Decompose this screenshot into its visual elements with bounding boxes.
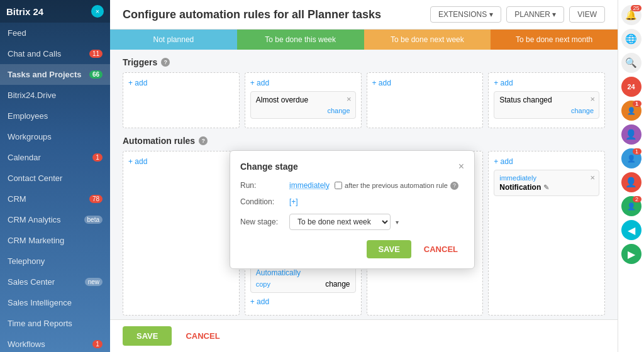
extensions-button[interactable]: EXTENSIONS ▾ — [430, 6, 501, 23]
bell-icon[interactable]: 🔔 25 — [621, 5, 641, 25]
sidebar-item-crm-marketing[interactable]: CRM Marketing — [0, 230, 110, 251]
green-button-icon[interactable]: ▶ — [621, 244, 641, 264]
modal-footer: SAVE CANCEL — [240, 240, 464, 258]
modal-save-button[interactable]: SAVE — [367, 240, 411, 258]
modal-condition-label: Condition: — [240, 197, 284, 206]
person4-avatar[interactable]: 👤 — [621, 172, 641, 192]
header-buttons: EXTENSIONS ▾ PLANNER ▾ VIEW — [430, 6, 605, 23]
view-button[interactable]: VIEW — [569, 6, 605, 23]
sidebar-item-sales-intelligence[interactable]: Sales Intelligence — [0, 292, 110, 313]
modal-stage-select[interactable]: Not plannedTo be done this weekTo be don… — [289, 214, 391, 230]
page-title: Configure automation rules for all Plann… — [123, 8, 381, 21]
triggers-add-btn-1[interactable]: + add — [250, 79, 269, 87]
triggers-col-1: + add × Almost overdue change — [245, 72, 362, 128]
rule-change-link-1[interactable]: change — [325, 280, 350, 289]
sidebar-item-workgroups[interactable]: Workgroups — [0, 126, 110, 147]
modal-close-button[interactable]: × — [458, 161, 464, 172]
triggers-col-2: + add — [367, 72, 484, 128]
automation-label: Automation rules — [123, 136, 195, 146]
stage-this-week[interactable]: To be done this week — [237, 30, 364, 50]
edit-pencil-icon-2[interactable]: ✎ — [543, 184, 549, 192]
globe-icon[interactable]: 🌐 — [621, 29, 641, 49]
calendar-badge: 1 — [92, 153, 103, 162]
modal-after-checkbox[interactable] — [335, 182, 342, 189]
trigger-footer-0: change — [256, 107, 350, 114]
automation-add-btn-3[interactable]: + add — [494, 157, 513, 166]
person1-avatar[interactable]: 👤 1 — [621, 101, 641, 121]
rule-card-notification: × immediately Notification ✎ — [494, 170, 599, 196]
sidebar-item-tasks[interactable]: Tasks and Projects 66 — [0, 64, 110, 85]
rule-title-2: Notification ✎ — [499, 183, 594, 192]
trigger-card-almost-overdue: × Almost overdue change — [250, 91, 356, 119]
triggers-add-btn-0[interactable]: + add — [128, 79, 147, 87]
bottom-bar: SAVE CANCEL — [110, 319, 618, 352]
automation-col-0: + add — [123, 151, 240, 316]
automation-add-btn-0[interactable]: + add — [128, 157, 147, 166]
triggers-row: + add + add × Almost overdue change + ad… — [123, 72, 605, 128]
sidebar-item-crm-analytics[interactable]: CRM Analytics beta — [0, 209, 110, 230]
sidebar-item-employees[interactable]: Employees — [0, 106, 110, 126]
rule-target-1[interactable]: Automatically — [256, 268, 350, 277]
sidebar-item-feed[interactable]: Feed — [0, 23, 110, 43]
sidebar-item-chat-calls[interactable]: Chat and Calls 11 — [0, 43, 110, 64]
change-stage-modal: Change stage × Run: immediately after th… — [230, 150, 475, 269]
modal-after-label: after the previous automation rule ? — [335, 182, 458, 190]
triggers-help-icon[interactable]: ? — [161, 58, 170, 67]
planner-button[interactable]: PLANNER ▾ — [506, 6, 564, 23]
automation-help-icon[interactable]: ? — [199, 136, 208, 145]
triggers-add-btn-3[interactable]: + add — [494, 79, 513, 87]
bottom-save-button[interactable]: SAVE — [123, 326, 172, 346]
triggers-section-header: Triggers ? — [123, 57, 605, 67]
person5-badge: 2 — [633, 196, 641, 202]
sidebar-close-button[interactable]: × — [91, 5, 104, 18]
modal-stage-row: New stage: Not plannedTo be done this we… — [240, 214, 464, 230]
stage-next-month[interactable]: To be done next month — [491, 30, 618, 50]
tasks-badge: 66 — [89, 70, 103, 79]
sidebar-item-crm[interactable]: CRM 78 — [0, 189, 110, 209]
rule-copy-link-1[interactable]: copy — [256, 280, 270, 288]
sidebar-header: Bitrix 24 × — [0, 0, 110, 23]
bottom-cancel-button[interactable]: CANCEL — [179, 326, 226, 346]
person5-avatar[interactable]: 👤 2 — [621, 196, 641, 216]
right-bar: 🔔 25 🌐 🔍 24 👤 1 👤 👤 1 👤 👤 2 ◀ ▶ — [618, 0, 644, 352]
sidebar-item-drive[interactable]: Bitrix24.Drive — [0, 85, 110, 106]
sales-center-badge: new — [85, 278, 103, 286]
trigger-card-status-changed: × Status changed change — [494, 91, 599, 119]
trigger-footer-1: change — [499, 107, 594, 114]
sidebar: Bitrix 24 × Feed Chat and Calls 11 Tasks… — [0, 0, 110, 352]
trigger-change-link-0[interactable]: change — [327, 107, 350, 114]
triggers-col-3: + add × Status changed change — [488, 72, 605, 128]
trigger-title-1: Status changed — [499, 96, 552, 104]
workflows-badge: 1 — [92, 340, 103, 348]
person3-avatar[interactable]: 👤 1 — [621, 148, 641, 168]
rule-close-icon-2[interactable]: × — [590, 173, 595, 182]
triggers-add-btn-2[interactable]: + add — [372, 79, 391, 87]
teal-button-icon[interactable]: ◀ — [621, 220, 641, 240]
modal-condition-row: Condition: [+] — [240, 197, 464, 206]
stage-not-planned[interactable]: Not planned — [110, 30, 237, 50]
b24-icon[interactable]: 24 — [621, 77, 641, 97]
page-header: Configure automation rules for all Plann… — [110, 0, 618, 30]
trigger-change-link-1[interactable]: change — [571, 107, 594, 114]
rule-footer-1: copy change — [256, 280, 350, 289]
search-icon[interactable]: 🔍 — [621, 53, 641, 73]
app-logo: Bitrix 24 — [6, 6, 43, 17]
sidebar-item-calendar[interactable]: Calendar 1 — [0, 147, 110, 168]
modal-condition-bracket[interactable]: [+] — [289, 197, 298, 206]
modal-cancel-button[interactable]: CANCEL — [418, 240, 464, 258]
modal-run-value[interactable]: immediately — [289, 181, 330, 190]
stage-next-week[interactable]: To be done next week — [364, 30, 491, 50]
sidebar-item-telephony[interactable]: Telephony — [0, 251, 110, 272]
modal-title: Change stage — [240, 162, 298, 172]
modal-run-label: Run: — [240, 181, 284, 190]
sidebar-item-workflows[interactable]: Workflows 1 — [0, 334, 110, 352]
rule-immediately-2[interactable]: immediately — [499, 174, 594, 182]
trigger-close-icon-0[interactable]: × — [347, 94, 352, 104]
sidebar-item-contact-center[interactable]: Contact Center — [0, 168, 110, 189]
person2-avatar[interactable]: 👤 — [621, 124, 641, 145]
trigger-close-icon-1[interactable]: × — [590, 94, 595, 104]
modal-after-help-icon[interactable]: ? — [450, 182, 458, 190]
automation-add-btn-1b[interactable]: + add — [250, 297, 269, 306]
sidebar-item-sales-center[interactable]: Sales Center new — [0, 272, 110, 292]
sidebar-item-time-reports[interactable]: Time and Reports — [0, 313, 110, 334]
